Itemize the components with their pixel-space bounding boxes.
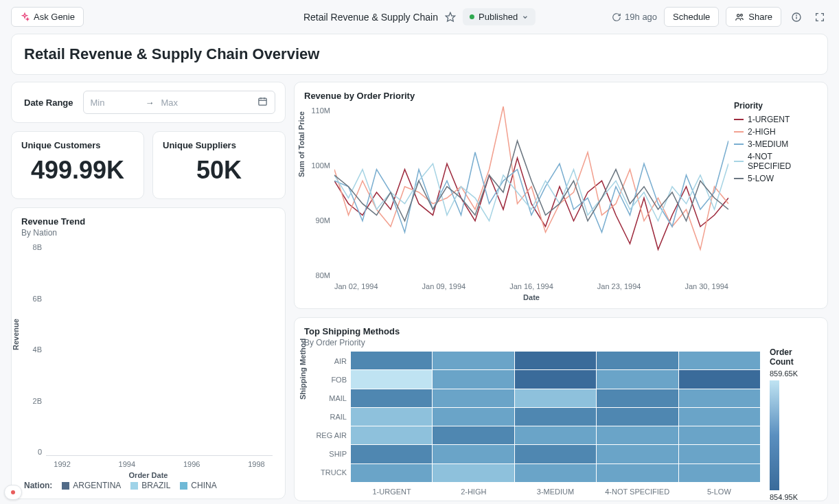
heat-cell[interactable] xyxy=(515,426,596,444)
legend-item[interactable]: CHINA xyxy=(180,481,216,490)
heat-cell[interactable] xyxy=(351,408,432,426)
info-button[interactable] xyxy=(788,9,805,25)
shipping-y-label: Shipping Method xyxy=(299,339,307,400)
heat-cell[interactable] xyxy=(597,464,678,482)
status-label: Published xyxy=(479,12,518,22)
heat-cell[interactable] xyxy=(597,445,678,463)
heat-cell[interactable] xyxy=(597,389,678,407)
sparkle-icon xyxy=(20,12,30,22)
date-max-input[interactable] xyxy=(161,98,209,108)
overview-heading: Retail Revenue & Supply Chain Overview xyxy=(24,45,815,63)
kpi-suppliers-card: Unique Suppliers 50K xyxy=(152,131,286,199)
heat-legend-max: 859.65K xyxy=(770,369,818,378)
date-range-label: Date Range xyxy=(24,98,73,108)
shipping-heatmap-chart[interactable]: Shipping Method AIRFOBMAILRAILREG AIRSHI… xyxy=(304,347,764,499)
heat-cell[interactable] xyxy=(679,370,760,388)
heat-cell[interactable] xyxy=(351,445,432,463)
legend-item[interactable]: 3-MEDIUM xyxy=(734,139,818,149)
people-icon xyxy=(735,12,744,22)
legend-item[interactable]: 2-HIGH xyxy=(734,127,818,137)
svg-point-5 xyxy=(796,15,797,16)
line-y-axis: 110M100M90M80M xyxy=(304,106,330,279)
legend-item[interactable]: 4-NOT SPECIFIED xyxy=(734,152,818,171)
refresh-button[interactable]: 19h ago xyxy=(612,12,657,22)
heat-cell[interactable] xyxy=(515,352,596,369)
heat-cell[interactable] xyxy=(433,426,514,444)
heat-cell[interactable] xyxy=(351,464,432,482)
heat-cell[interactable] xyxy=(679,426,760,444)
page-title: Retail Revenue & Supply Chain xyxy=(303,12,438,23)
heat-cell[interactable] xyxy=(515,370,596,388)
heat-cell[interactable] xyxy=(515,408,596,426)
title-center: Retail Revenue & Supply Chain Published xyxy=(303,8,536,25)
legend-item[interactable]: ARGENTINA xyxy=(62,481,121,490)
date-range-card: Date Range → xyxy=(11,82,286,123)
top-right-actions: 19h ago Schedule Share xyxy=(612,7,828,27)
fullscreen-button[interactable] xyxy=(812,9,828,25)
heat-cell[interactable] xyxy=(679,408,760,426)
heat-cell[interactable] xyxy=(351,370,432,388)
revenue-trend-x-label: Order Date xyxy=(21,471,275,479)
shipping-subtitle: By Order Priority xyxy=(304,338,818,347)
kpi-customers-label: Unique Customers xyxy=(21,140,134,150)
heat-cell[interactable] xyxy=(515,445,596,463)
svg-rect-6 xyxy=(259,98,266,105)
favorite-star-button[interactable] xyxy=(445,12,456,23)
heat-cell[interactable] xyxy=(351,426,432,444)
heat-rows xyxy=(351,352,760,482)
kpi-suppliers-label: Unique Suppliers xyxy=(163,140,275,150)
revenue-trend-y-label: Revenue xyxy=(12,319,20,350)
date-min-input[interactable] xyxy=(91,98,139,108)
revenue-priority-chart[interactable]: Sum of Total Price 110M100M90M80M Jan 02… xyxy=(304,101,728,300)
legend-item[interactable]: 5-LOW xyxy=(734,174,818,183)
schedule-label: Schedule xyxy=(673,12,710,22)
revenue-priority-card: Revenue by Order Priority Sum of Total P… xyxy=(294,82,828,309)
calendar-icon xyxy=(257,96,268,106)
heat-y-ticks: AIRFOBMAILRAILREG AIRSHIPTRUCK xyxy=(314,352,349,482)
heat-cell[interactable] xyxy=(679,389,760,407)
heat-cell[interactable] xyxy=(433,352,514,369)
heat-cell[interactable] xyxy=(433,408,514,426)
heat-cell[interactable] xyxy=(515,464,596,482)
heat-legend-min: 854.95K xyxy=(770,493,818,501)
main-grid: Date Range → Unique Customers 499.99K Un… xyxy=(0,82,839,501)
bar-y-axis: 8B6B4B2B0 xyxy=(21,243,42,456)
revenue-trend-chart[interactable]: Revenue 8B6B4B2B0 1992199419961998 Order… xyxy=(21,243,275,477)
heat-cell[interactable] xyxy=(679,464,760,482)
heat-cell[interactable] xyxy=(597,408,678,426)
heat-cell[interactable] xyxy=(679,445,760,463)
heat-cell[interactable] xyxy=(679,352,760,369)
shipping-title: Top Shipping Methods xyxy=(304,326,818,336)
bar-x-axis: 1992199419961998 xyxy=(46,460,273,468)
heat-cell[interactable] xyxy=(433,464,514,482)
ask-genie-button[interactable]: Ask Genie xyxy=(11,7,84,27)
heat-cell[interactable] xyxy=(351,352,432,369)
nation-legend: Nation: ARGENTINABRAZILCHINA xyxy=(21,481,275,490)
nation-legend-title: Nation: xyxy=(24,481,52,490)
line-x-axis: Jan 02, 1994Jan 09, 1994Jan 16, 1994Jan … xyxy=(334,282,728,290)
heat-cell[interactable] xyxy=(433,370,514,388)
svg-point-1 xyxy=(737,14,740,16)
legend-item[interactable]: 1-URGENT xyxy=(734,115,818,124)
bar-plot xyxy=(46,243,273,456)
heat-cell[interactable] xyxy=(433,445,514,463)
revenue-trend-subtitle: By Nation xyxy=(21,228,275,238)
status-dot-icon xyxy=(470,14,474,19)
legend-item[interactable]: BRAZIL xyxy=(130,481,170,490)
heat-cell[interactable] xyxy=(597,352,678,369)
floating-feedback-button[interactable] xyxy=(4,485,22,500)
svg-marker-0 xyxy=(446,12,455,21)
heat-cell[interactable] xyxy=(597,370,678,388)
refresh-ago-label: 19h ago xyxy=(625,12,657,22)
kpi-customers-value: 499.99K xyxy=(21,156,134,190)
schedule-button[interactable]: Schedule xyxy=(664,7,719,27)
heat-cell[interactable] xyxy=(351,389,432,407)
heat-cell[interactable] xyxy=(597,426,678,444)
share-label: Share xyxy=(748,12,772,22)
heat-cell[interactable] xyxy=(515,389,596,407)
revenue-trend-title: Revenue Trend xyxy=(21,216,275,227)
calendar-button[interactable] xyxy=(257,96,268,108)
heat-cell[interactable] xyxy=(433,389,514,407)
status-dropdown[interactable]: Published xyxy=(463,8,536,25)
share-button[interactable]: Share xyxy=(726,7,781,27)
